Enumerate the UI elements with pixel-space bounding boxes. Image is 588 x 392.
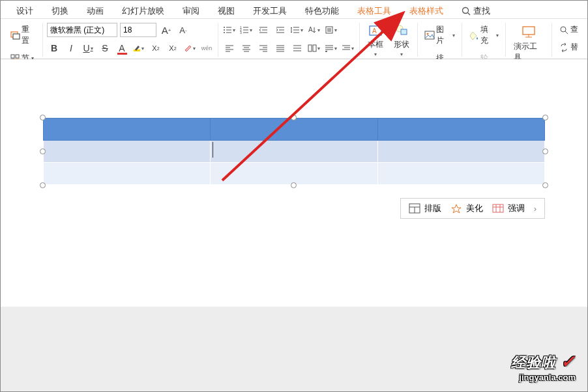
beautify-quick-label: 美化 (466, 203, 483, 214)
font-color-button[interactable]: A (115, 41, 129, 55)
resize-handle-tm[interactable] (291, 115, 297, 120)
tab-design[interactable]: 设计 (7, 3, 42, 20)
reset-button[interactable]: 重置 (7, 23, 38, 48)
bottom-gray-area (1, 307, 587, 391)
slide-canvas-area[interactable]: 排版 美化 强调 › (1, 59, 587, 307)
align-center-button[interactable] (239, 41, 254, 55)
strikethrough-button[interactable]: S (98, 41, 112, 55)
columns-button[interactable] (307, 41, 321, 55)
tab-view[interactable]: 视图 (209, 3, 244, 20)
find-label: 查 (570, 24, 578, 35)
svg-rect-79 (493, 204, 503, 212)
svg-text:3: 3 (240, 31, 242, 34)
resize-handle-ml[interactable] (40, 148, 46, 154)
align-justify-button[interactable] (273, 41, 287, 55)
textbox-label: 本框 (368, 39, 383, 50)
picture-label: 图片 (436, 24, 450, 46)
tab-review[interactable]: 审阅 (173, 3, 209, 20)
chevron-right-icon[interactable]: › (534, 204, 537, 214)
superscript-button[interactable]: X2 (149, 41, 163, 55)
line-spacing-button[interactable] (290, 23, 304, 37)
search-button[interactable]: 查找 (452, 3, 499, 20)
svg-text:A: A (372, 27, 377, 35)
table-row[interactable] (44, 141, 545, 163)
emphasis-quick-button[interactable]: 强调 (492, 203, 525, 214)
decrease-font-button[interactable]: A- (176, 23, 190, 37)
replace-icon (559, 42, 569, 53)
search-icon (462, 7, 471, 16)
tab-table-tools[interactable]: 表格工具 (348, 3, 400, 20)
increase-indent-button[interactable] (273, 23, 287, 37)
svg-point-74 (561, 27, 566, 32)
font-name-select[interactable] (47, 23, 117, 37)
font-size-select[interactable] (120, 23, 156, 37)
beautify-quick-button[interactable]: 美化 (450, 203, 483, 214)
ribbon-tabs: 设计 切换 动画 幻灯片放映 审阅 视图 开发工具 特色功能 表格工具 表格样式… (1, 1, 587, 19)
resize-handle-br[interactable] (542, 182, 548, 188)
checkmark-icon: ✓ (561, 352, 576, 371)
align-text-button[interactable] (324, 23, 338, 37)
rtl-button[interactable] (324, 41, 338, 55)
svg-rect-55 (313, 45, 316, 51)
textbox-big-button[interactable]: A 本框 (364, 21, 387, 59)
svg-text:A: A (308, 26, 313, 33)
resize-handle-mr[interactable] (542, 148, 548, 154)
bullet-list-button[interactable] (222, 23, 237, 37)
fill-icon (469, 30, 479, 40)
fill-label: 填充 (480, 24, 495, 46)
clear-format-button[interactable] (183, 41, 197, 55)
find-icon (559, 25, 569, 35)
replace-label: 替 (570, 42, 578, 53)
highlight-button[interactable] (132, 41, 146, 55)
search-label: 查找 (473, 5, 490, 17)
svg-rect-5 (16, 55, 19, 58)
resize-handle-bl[interactable] (40, 182, 46, 188)
svg-point-13 (224, 32, 225, 33)
tab-transition[interactable]: 切换 (42, 3, 78, 20)
watermark: 经验啦 ✓ jingyanla.com (511, 352, 576, 382)
shape-label: 形状 (394, 39, 409, 50)
bold-button[interactable]: B (47, 41, 61, 55)
watermark-text: 经验啦 (511, 354, 556, 371)
distribute-button[interactable] (290, 41, 304, 55)
svg-point-11 (224, 29, 225, 31)
pinyin-button[interactable]: wén (199, 41, 214, 55)
reset-label: 重置 (22, 24, 36, 46)
align-right-button[interactable] (256, 41, 271, 55)
subscript-button[interactable]: X2 (166, 41, 180, 55)
tab-table-style[interactable]: 表格样式 (400, 3, 452, 20)
underline-button[interactable]: U (81, 41, 95, 55)
resize-handle-bm[interactable] (291, 182, 297, 188)
picture-icon (424, 30, 435, 40)
tab-slideshow[interactable]: 幻灯片放映 (113, 3, 173, 20)
emphasis-icon (492, 203, 504, 214)
table-float-toolbar: 排版 美化 强调 › (400, 198, 545, 219)
text-direction-button[interactable]: A (307, 23, 321, 37)
tab-devtools[interactable]: 开发工具 (244, 3, 296, 20)
fill-button[interactable]: 填充 (466, 23, 502, 48)
selected-table[interactable]: 排版 美化 强调 › (43, 118, 545, 185)
decrease-indent-button[interactable] (256, 23, 271, 37)
resize-handle-tr[interactable] (542, 115, 548, 120)
italic-button[interactable]: I (64, 41, 78, 55)
table-header-row[interactable] (44, 119, 545, 141)
svg-point-67 (426, 33, 428, 35)
tab-stop-button[interactable] (341, 41, 355, 55)
shape-big-button[interactable]: 形状 (390, 21, 413, 59)
picture-button[interactable]: 图片 (422, 23, 458, 48)
layout-quick-button[interactable]: 排版 (409, 203, 441, 214)
layout-quick-label: 排版 (424, 203, 441, 214)
number-list-button[interactable]: 123 (239, 23, 254, 37)
resize-handle-tl[interactable] (40, 115, 46, 120)
layout-icon (409, 203, 420, 214)
reset-icon (10, 30, 20, 40)
tab-special[interactable]: 特色功能 (296, 3, 348, 20)
table-row[interactable] (44, 163, 545, 185)
svg-point-0 (463, 7, 469, 13)
tab-animation[interactable]: 动画 (78, 3, 113, 20)
replace-button[interactable]: 替 (556, 40, 581, 54)
present-icon (521, 24, 537, 40)
find-button[interactable]: 查 (556, 23, 581, 36)
increase-font-button[interactable]: A+ (159, 23, 173, 37)
align-left-button[interactable] (222, 41, 237, 55)
